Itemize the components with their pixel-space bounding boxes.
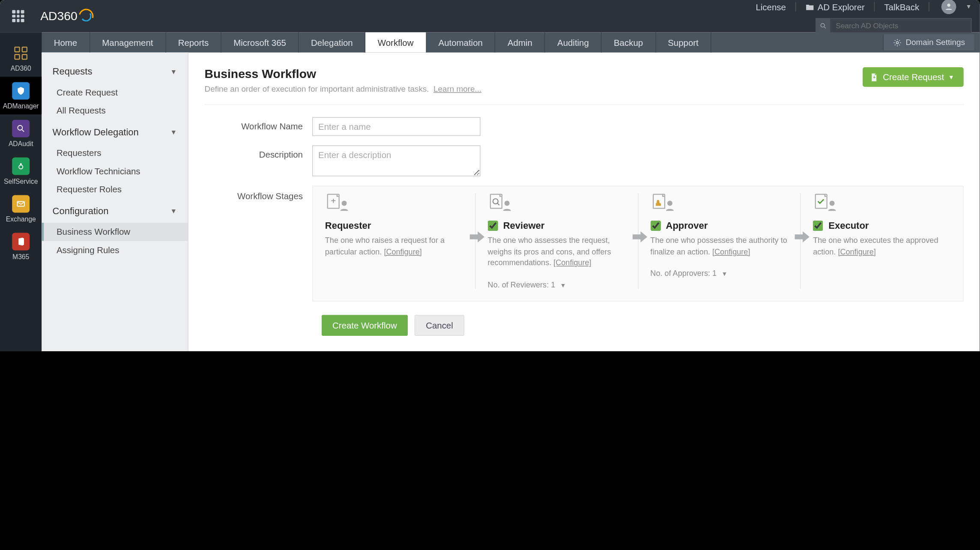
rail-exchange[interactable]: Exchange: [0, 190, 42, 227]
rail-adaudit[interactable]: ADAudit: [0, 114, 42, 152]
count-label: No. of Approvers:: [650, 269, 710, 278]
license-link[interactable]: License: [756, 2, 786, 12]
reviewer-count-dropdown[interactable]: No. of Reviewers: 1 ▼: [488, 281, 626, 289]
requester-icon: +: [325, 193, 351, 213]
sidebar-head-configuration[interactable]: Configuration ▼: [42, 198, 188, 223]
tab-microsoft365[interactable]: Microsoft 365: [221, 32, 299, 52]
count-value: 1: [551, 281, 555, 289]
main-content: Business Workflow Define an order of exe…: [188, 53, 980, 351]
tab-auditing[interactable]: Auditing: [545, 32, 602, 52]
tab-admin[interactable]: Admin: [496, 32, 545, 52]
svg-point-24: [830, 200, 835, 206]
svg-text:+: +: [873, 75, 875, 80]
domain-settings-button[interactable]: Domain Settings: [883, 34, 974, 51]
chevron-down-icon: ▼: [948, 74, 954, 81]
tab-reports[interactable]: Reports: [166, 32, 221, 52]
chevron-down-icon: ▼: [170, 207, 177, 214]
brand-text: AD360: [40, 9, 77, 23]
sidebar-item-create-request[interactable]: Create Request: [42, 84, 188, 102]
reviewer-checkbox[interactable]: [488, 221, 498, 231]
cancel-button[interactable]: Cancel: [414, 315, 464, 336]
tab-backup[interactable]: Backup: [602, 32, 656, 52]
sidebar-head-label: Configuration: [53, 205, 109, 216]
configure-link[interactable]: [Configure]: [712, 248, 750, 256]
gear-icon: [893, 38, 902, 47]
sidebar-item-requester-roles[interactable]: Requester Roles: [42, 180, 188, 198]
apps-grid-icon[interactable]: [12, 10, 24, 22]
reviewer-icon: [488, 193, 514, 213]
sidebar-item-requesters[interactable]: Requesters: [42, 144, 188, 162]
sidebar-head-label: Requests: [53, 66, 93, 77]
stage-title: Requester: [325, 220, 371, 231]
executor-checkbox[interactable]: [813, 221, 823, 231]
arrow-icon: [469, 231, 484, 243]
tab-automation[interactable]: Automation: [426, 32, 495, 52]
tab-management[interactable]: Management: [90, 32, 166, 52]
selfservice-icon: [12, 157, 30, 175]
user-avatar[interactable]: [941, 0, 956, 14]
approver-icon: [650, 193, 676, 213]
page-title: Business Workflow: [205, 67, 482, 81]
search-input[interactable]: [831, 18, 972, 33]
svg-rect-5: [22, 47, 27, 51]
svg-rect-6: [15, 54, 20, 59]
tab-delegation[interactable]: Delegation: [299, 32, 366, 52]
sidebar-item-assigning-rules[interactable]: Assigning Rules: [42, 241, 188, 259]
topbar: AD360 License AD Explorer TalkBack ▼: [0, 0, 980, 32]
approver-checkbox[interactable]: [650, 221, 660, 231]
left-rail: AD360 ADManager ADAudit SelfService Exch…: [0, 32, 42, 351]
chevron-down-icon[interactable]: ▼: [966, 3, 972, 10]
tab-support[interactable]: Support: [656, 32, 711, 52]
arrow-icon: [795, 231, 810, 243]
sidebar-item-all-requests[interactable]: All Requests: [42, 102, 188, 120]
configure-link[interactable]: [Configure]: [553, 259, 591, 267]
brand-logo[interactable]: AD360: [40, 9, 93, 24]
rail-label: ADAudit: [9, 140, 33, 147]
sidebar-item-workflow-technicians[interactable]: Workflow Technicians: [42, 162, 188, 180]
executor-icon: [813, 193, 839, 213]
folder-icon: [805, 3, 814, 10]
configure-link[interactable]: [Configure]: [838, 248, 875, 256]
domain-settings-label: Domain Settings: [905, 38, 965, 47]
stage-desc: The one who assesses the request, weighs…: [488, 236, 611, 266]
svg-point-22: [667, 200, 672, 206]
workflow-stages-label: Workflow Stages: [205, 186, 312, 201]
workflow-name-label: Workflow Name: [205, 117, 312, 131]
search-icon[interactable]: [816, 18, 831, 33]
rail-label: SelfService: [4, 177, 38, 185]
sidebar: Requests ▼ Create Request All Requests W…: [42, 53, 188, 351]
sidebar-item-business-workflow[interactable]: Business Workflow: [42, 223, 188, 241]
create-request-button[interactable]: + Create Request ▼: [863, 67, 964, 87]
learn-more-link[interactable]: Learn more...: [433, 84, 481, 93]
rail-ad360[interactable]: AD360: [0, 39, 42, 77]
rail-label: AD360: [11, 64, 31, 72]
workflow-name-input[interactable]: [312, 117, 481, 136]
workflow-stages: + Requester The one who raises a request…: [312, 186, 964, 302]
ad-explorer-link[interactable]: AD Explorer: [805, 2, 864, 12]
rail-admanager[interactable]: ADManager: [0, 77, 42, 114]
sidebar-head-delegation[interactable]: Workflow Delegation ▼: [42, 120, 188, 144]
approver-count-dropdown[interactable]: No. of Approvers: 1 ▼: [650, 269, 788, 278]
create-workflow-button[interactable]: Create Workflow: [322, 315, 408, 336]
stage-requester: + Requester The one who raises a request…: [313, 193, 476, 289]
tab-home[interactable]: Home: [42, 32, 90, 52]
svg-point-1: [821, 23, 825, 27]
rail-selfservice[interactable]: SelfService: [0, 152, 42, 190]
svg-point-0: [947, 3, 950, 6]
rail-label: M365: [12, 253, 29, 260]
stage-approver: Approver The one who possesses the autho…: [638, 193, 801, 289]
svg-rect-7: [22, 54, 27, 59]
description-input[interactable]: [312, 145, 481, 176]
sidebar-head-requests[interactable]: Requests ▼: [42, 59, 188, 84]
stage-title: Reviewer: [503, 220, 545, 231]
stage-reviewer: Reviewer The one who assesses the reques…: [475, 193, 638, 289]
sidebar-head-label: Workflow Delegation: [53, 126, 139, 137]
nav-tabs: Home Management Reports Microsoft 365 De…: [0, 32, 980, 52]
tab-workflow[interactable]: Workflow: [366, 32, 427, 52]
exchange-icon: [12, 195, 30, 212]
chevron-down-icon: ▼: [170, 128, 177, 135]
rail-m365[interactable]: M365: [0, 227, 42, 265]
arrow-icon: [632, 231, 647, 243]
configure-link[interactable]: [Configure]: [384, 248, 421, 256]
talkback-link[interactable]: TalkBack: [884, 2, 919, 12]
